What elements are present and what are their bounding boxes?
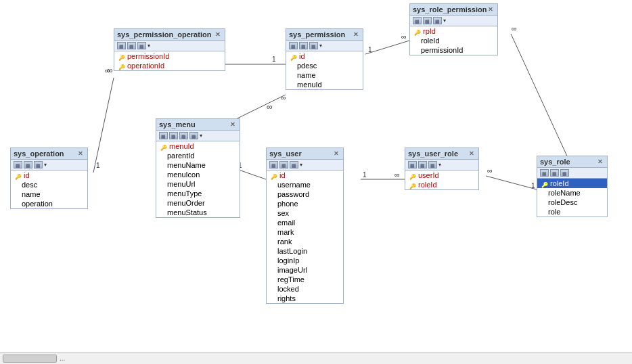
- toolbar-icon-1[interactable]: ▦: [117, 42, 126, 49]
- table-title-sys-menu: sys_menu: [159, 120, 229, 129]
- field-name: name: [11, 189, 87, 199]
- toolbar-icon-3[interactable]: ▦: [34, 161, 43, 168]
- svg-line-15: [237, 169, 266, 179]
- field-phone: phone: [267, 199, 343, 208]
- toolbar-sys-operation: ▦ ▦ ▦ ▾: [11, 160, 87, 170]
- close-icon[interactable]: ✕: [332, 150, 340, 157]
- field-username: username: [267, 180, 343, 189]
- table-header-sys-permission-operation: sys_permission_operation ✕: [114, 29, 225, 41]
- toolbar-icon-1[interactable]: ▦: [159, 132, 168, 139]
- field-imageUrl: imageUrl: [267, 265, 343, 275]
- table-title-sys-permission: sys_permission: [289, 30, 352, 39]
- close-icon[interactable]: ✕: [487, 6, 495, 13]
- table-header-sys-operation: sys_operation ✕: [11, 148, 87, 160]
- table-sys-operation: sys_operation ✕ ▦ ▦ ▦ ▾ id desc name ope…: [10, 147, 88, 209]
- field-id: id: [11, 170, 87, 180]
- toolbar-icon-1[interactable]: ▦: [269, 161, 278, 168]
- table-title-sys-operation: sys_operation: [14, 150, 76, 158]
- svg-text:∞: ∞: [267, 102, 273, 112]
- svg-text:1: 1: [96, 162, 100, 169]
- field-locked: locked: [267, 284, 343, 294]
- toolbar-icon-3[interactable]: ▦: [290, 161, 298, 168]
- field-menuIcon: menuIcon: [156, 170, 240, 179]
- table-body-sys-user: id username password phone sex email mar…: [267, 170, 343, 303]
- table-header-sys-menu: sys_menu ✕: [156, 119, 240, 131]
- field-permissionId: permissionId: [410, 45, 497, 55]
- field-menuStatus: menuStatus: [156, 208, 240, 217]
- close-icon[interactable]: ✕: [229, 121, 237, 128]
- field-regTime: regTime: [267, 275, 343, 284]
- toolbar-icon-2[interactable]: ▦: [169, 132, 178, 139]
- toolbar-dropdown[interactable]: ▾: [300, 162, 302, 168]
- table-title-sys-permission-operation: sys_permission_operation: [117, 30, 214, 39]
- table-body-sys-user-role: userId roleId: [405, 170, 478, 189]
- toolbar-icon-2[interactable]: ▦: [127, 42, 136, 49]
- pk-icon: [118, 53, 125, 60]
- svg-text:∞: ∞: [401, 32, 407, 41]
- status-bar: ...: [0, 352, 632, 364]
- table-title-sys-user-role: sys_user_role: [408, 150, 468, 158]
- pk-icon: [160, 143, 167, 150]
- table-sys-user-role: sys_user_role ✕ ▦ ▦ ▦ ▾ userId roleId: [405, 147, 479, 190]
- field-menuUrl: menuUrl: [156, 179, 240, 189]
- field-mark: mark: [267, 227, 343, 237]
- toolbar-dropdown[interactable]: ▾: [44, 162, 47, 168]
- svg-line-20: [486, 176, 537, 189]
- table-header-sys-role: sys_role ✕: [537, 156, 607, 168]
- table-sys-role: sys_role ✕ ▦ ▦ ▦ roleId roleName roleDes…: [537, 156, 608, 217]
- close-icon[interactable]: ✕: [596, 158, 604, 165]
- toolbar-icon-3[interactable]: ▦: [137, 42, 146, 49]
- toolbar-icon-1[interactable]: ▦: [413, 17, 422, 24]
- table-sys-role-permission: sys_role_permission ✕ ▦ ▦ ▦ ▾ rpId roleI…: [409, 3, 498, 55]
- toolbar-dropdown[interactable]: ▾: [148, 43, 150, 49]
- toolbar-icon-3[interactable]: ▦: [428, 161, 437, 168]
- field-roleDesc: roleDesc: [537, 198, 607, 207]
- toolbar-icon-3[interactable]: ▦: [433, 17, 442, 24]
- pk-icon: [414, 28, 421, 35]
- svg-text:1: 1: [368, 46, 372, 53]
- toolbar-dropdown[interactable]: ▾: [443, 18, 446, 24]
- toolbar-sys-permission-operation: ▦ ▦ ▦ ▾: [114, 41, 225, 51]
- table-body-sys-menu: menuId parentId menuName menuIcon menuUr…: [156, 141, 240, 217]
- field-menuId: menuId: [286, 80, 363, 89]
- toolbar-icon-2[interactable]: ▦: [24, 161, 32, 168]
- pk-icon: [271, 172, 277, 179]
- field-rank: rank: [267, 237, 343, 246]
- close-icon[interactable]: ✕: [352, 31, 360, 38]
- toolbar-icon-1[interactable]: ▦: [408, 161, 417, 168]
- toolbar-icon-1[interactable]: ▦: [540, 169, 549, 177]
- svg-text:∞: ∞: [512, 24, 517, 32]
- close-icon[interactable]: ✕: [214, 31, 222, 38]
- field-roleId-highlighted: roleId: [537, 179, 607, 188]
- close-icon[interactable]: ✕: [76, 150, 85, 157]
- toolbar-icon-3[interactable]: ▦: [560, 169, 569, 177]
- toolbar-sys-user-role: ▦ ▦ ▦ ▾: [405, 160, 478, 170]
- toolbar-icon-2[interactable]: ▦: [279, 161, 288, 168]
- toolbar-dropdown[interactable]: ▾: [319, 43, 322, 49]
- field-id: id: [286, 51, 363, 61]
- close-icon[interactable]: ✕: [468, 150, 476, 157]
- horizontal-scrollbar[interactable]: [3, 355, 57, 363]
- toolbar-sys-user: ▦ ▦ ▦ ▾: [267, 160, 343, 170]
- toolbar-dropdown[interactable]: ▾: [200, 133, 202, 139]
- table-sys-permission-operation: sys_permission_operation ✕ ▦ ▦ ▦ ▾ permi…: [114, 28, 225, 71]
- toolbar-icon-1[interactable]: ▦: [14, 161, 22, 168]
- field-desc: desc: [11, 180, 87, 189]
- svg-text:1: 1: [272, 55, 276, 63]
- toolbar-sys-menu: ▦ ▦ ▦ ▦ ▾: [156, 131, 240, 141]
- toolbar-icon-2[interactable]: ▦: [418, 161, 427, 168]
- toolbar-sys-permission: ▦ ▦ ▦ ▾: [286, 41, 363, 51]
- svg-text:∞: ∞: [394, 170, 400, 179]
- toolbar-icon-2[interactable]: ▦: [550, 169, 559, 177]
- table-sys-menu: sys_menu ✕ ▦ ▦ ▦ ▦ ▾ menuId parentId men…: [156, 118, 240, 218]
- toolbar-icon-3[interactable]: ▦: [179, 132, 188, 139]
- field-permissionId: permissionId: [114, 51, 225, 61]
- toolbar-dropdown[interactable]: ▾: [438, 162, 441, 168]
- toolbar-icon-2[interactable]: ▦: [423, 17, 432, 24]
- field-rights: rights: [267, 294, 343, 303]
- toolbar-icon-2[interactable]: ▦: [299, 42, 308, 49]
- toolbar-icon-3[interactable]: ▦: [309, 42, 318, 49]
- toolbar-icon-1[interactable]: ▦: [289, 42, 298, 49]
- field-parentId: parentId: [156, 151, 240, 160]
- toolbar-icon-4[interactable]: ▦: [189, 132, 198, 139]
